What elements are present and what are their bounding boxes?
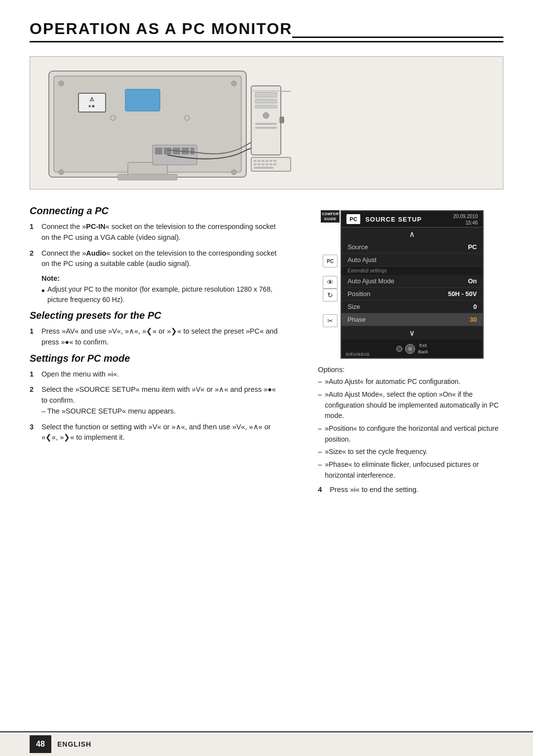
bottom-bar: 48 ENGLISH: [0, 731, 533, 756]
osd-display: PC SOURCE SETUP 20.09.2010 15:46 ∧ Sourc…: [341, 210, 484, 359]
selecting-section: Selecting presets for the PC 1 Press »AV…: [30, 310, 280, 348]
svg-point-2: [59, 81, 64, 86]
settings-section: Settings for PC mode 1 Open the menu wit…: [30, 353, 280, 444]
nav-btn-2: [405, 344, 415, 354]
svg-rect-23: [255, 99, 277, 103]
svg-rect-26: [255, 123, 277, 125]
hero-image: ⚠ ▶ ◼: [30, 56, 503, 189]
osd-section-extended: Extended settings: [342, 266, 483, 275]
svg-rect-44: [254, 167, 273, 169]
option-2: »Auto Ajust Mode«, select the option »On…: [318, 389, 503, 421]
connecting-list: 1 Connect the »PC-IN« socket on the tele…: [30, 222, 280, 269]
svg-rect-43: [273, 163, 276, 165]
tv-diagram-svg: ⚠ ▶ ◼: [39, 59, 296, 187]
left-column: Connecting a PC 1 Connect the »PC-IN« so…: [30, 205, 280, 493]
settings-list: 1 Open the menu with »i«. 2 Select the »…: [30, 369, 280, 444]
option-4: »Size« to set the cycle frequency.: [318, 447, 503, 457]
option-3: »Position« to configure the horizontal a…: [318, 423, 503, 445]
svg-rect-11: [118, 174, 177, 180]
osd-row-position: Position 50H - 50V: [342, 288, 483, 301]
svg-point-4: [59, 170, 64, 175]
connecting-section: Connecting a PC 1 Connect the »PC-IN« so…: [30, 205, 280, 305]
svg-rect-13: [155, 148, 162, 154]
osd-row-position-wrapper: ↻ Position 50H - 50V: [342, 288, 483, 301]
svg-rect-40: [262, 163, 265, 165]
grundig-logo: GRUNDIG: [345, 352, 370, 357]
svg-rect-27: [255, 127, 277, 129]
svg-rect-38: [254, 163, 257, 165]
osd-bottom-bar: Exit Back GRUNDIG: [342, 340, 483, 358]
page-number-box: 48: [30, 735, 51, 753]
tv-back-illustration: ⚠ ▶ ◼: [30, 57, 305, 189]
settings-title: Settings for PC mode: [30, 353, 280, 364]
svg-rect-33: [258, 160, 261, 162]
right-column: COMFORT GUIDE PC SOURCE SETUP 20.09.2010…: [298, 205, 503, 493]
side-pc-icon: PC: [323, 255, 338, 267]
nav-btn-2-inner: [408, 347, 412, 351]
osd-datetime: 20.09.2010 15:46: [453, 213, 478, 226]
settings-step-1: 1 Open the menu with »i«.: [30, 369, 280, 380]
selecting-list: 1 Press »AV« and use »V«, »∧«, »❮« or »❯…: [30, 326, 280, 348]
svg-text:⚠: ⚠: [89, 96, 94, 102]
svg-text:▶ ◼: ▶ ◼: [88, 104, 95, 108]
osd-row-auto-mode-wrapper: 👁 Auto Ajust Mode On: [342, 275, 483, 288]
settings-step-3: 3 Select the function or setting with »V…: [30, 422, 280, 444]
nav-controls: Exit Back: [396, 342, 428, 355]
osd-arrow-down: ∨: [342, 326, 483, 340]
note-title: Note:: [41, 274, 280, 282]
selecting-title: Selecting presets for the PC: [30, 310, 280, 321]
language-label: ENGLISH: [57, 740, 91, 748]
osd-wrapper: COMFORT GUIDE PC SOURCE SETUP 20.09.2010…: [321, 210, 503, 359]
osd-row-auto-ajust: Auto Ajust: [342, 254, 483, 266]
comfort-guide-label: COMFORT GUIDE: [321, 210, 340, 223]
svg-rect-30: [280, 117, 284, 123]
connecting-step-1: 1 Connect the »PC-IN« socket on the tele…: [30, 222, 280, 243]
note-item: ■ Adjust your PC to the monitor (for exa…: [41, 284, 280, 305]
svg-rect-34: [262, 160, 265, 162]
connecting-step-2: 2 Connect the »Audio« socket on the tele…: [30, 248, 280, 270]
osd-pc-icon: PC: [346, 214, 360, 224]
svg-rect-37: [273, 160, 276, 162]
osd-arrow-up: ∧: [342, 227, 483, 241]
svg-point-25: [263, 113, 269, 118]
side-eye-icon: 👁: [323, 276, 338, 289]
note-box: Note: ■ Adjust your PC to the monitor (f…: [41, 274, 280, 305]
exit-back-labels: Exit Back: [418, 342, 428, 355]
svg-rect-36: [269, 160, 272, 162]
svg-rect-32: [254, 160, 257, 162]
page-title: OPERATION AS A PC MONITOR: [30, 20, 503, 42]
step4-row: 4 Press »i« to end the setting.: [318, 486, 503, 493]
svg-rect-41: [266, 163, 268, 165]
osd-row-phase: Phase 30: [342, 313, 483, 326]
connecting-title: Connecting a PC: [30, 205, 280, 217]
option-1: »Auto Ajust« for automatic PC configurat…: [318, 377, 503, 387]
svg-point-5: [231, 170, 236, 175]
svg-rect-9: [125, 89, 160, 111]
options-section: Options: »Auto Ajust« for automatic PC c…: [318, 366, 503, 481]
svg-rect-22: [255, 92, 277, 97]
nav-btn-1: [396, 346, 402, 352]
options-list: »Auto Ajust« for automatic PC configurat…: [318, 377, 503, 481]
svg-rect-35: [266, 160, 268, 162]
svg-rect-17: [190, 148, 194, 154]
svg-point-3: [231, 81, 236, 86]
osd-header: PC SOURCE SETUP 20.09.2010 15:46: [342, 211, 483, 227]
settings-step-2: 2 Select the »SOURCE SETUP« menu item wi…: [30, 384, 280, 416]
svg-rect-42: [269, 163, 272, 165]
svg-rect-24: [255, 105, 277, 108]
svg-rect-29: [280, 91, 291, 92]
osd-row-size: Size 0: [342, 301, 483, 313]
selecting-step-1: 1 Press »AV« and use »V«, »∧«, »❮« or »❯…: [30, 326, 280, 348]
step4-text: Press »i« to end the setting.: [330, 486, 419, 493]
svg-rect-14: [164, 148, 171, 154]
option-5: »Phase« to eliminate flicker, unfocused …: [318, 459, 503, 481]
side-position-icon: ↻: [323, 289, 338, 302]
svg-rect-39: [258, 163, 261, 165]
osd-row-phase-wrapper: ✂ Phase 30: [342, 313, 483, 326]
osd-row-auto-ajust-wrapper: PC Auto Ajust: [342, 254, 483, 266]
side-scissors-icon: ✂: [323, 314, 338, 327]
osd-row-auto-mode: Auto Ajust Mode On: [342, 275, 483, 288]
main-content: Connecting a PC 1 Connect the »PC-IN« so…: [30, 205, 503, 493]
osd-title: SOURCE SETUP: [365, 216, 422, 223]
options-title: Options:: [318, 366, 503, 374]
